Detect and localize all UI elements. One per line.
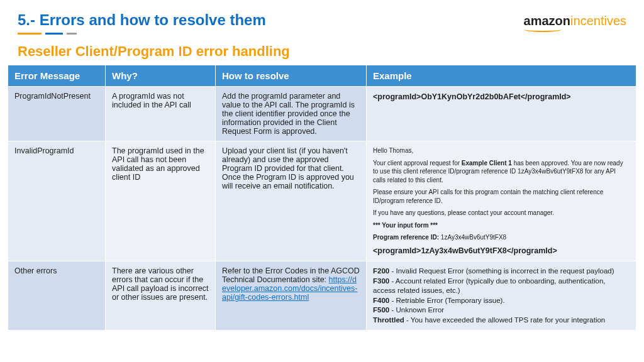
brand-logo: amazonincentives (524, 11, 626, 32)
cell-why: The programId used in the API call has n… (106, 141, 216, 261)
cell-example: F200 - Invalid Request Error (something … (367, 261, 636, 331)
table-row: ProgramIdNotPresent A programId was not … (8, 87, 636, 141)
page-title: 5.- Errors and how to resolve them (18, 11, 266, 29)
cell-msg: ProgramIdNotPresent (8, 87, 106, 141)
cell-how: Refer to the Error Codes in the AGCOD Te… (216, 261, 367, 331)
th-why: Why? (106, 65, 216, 87)
table-row: InvalidProgramId The programId used in t… (8, 141, 636, 261)
example-code: <programId>ObY1KynObYr2d2b0bAFet</progra… (373, 92, 571, 101)
title-underline (18, 33, 266, 35)
cell-example: <programId>ObY1KynObYr2d2b0bAFet</progra… (367, 87, 636, 141)
th-example: Example (367, 65, 636, 87)
logo-main: amazon (524, 14, 570, 28)
th-error-message: Error Message (8, 65, 106, 87)
cell-msg: Other errors (8, 261, 106, 331)
cell-why: A programId was not included in the API … (106, 87, 216, 141)
cell-why: There are various other errors that can … (106, 261, 216, 331)
cell-how: Upload your client list (if you haven't … (216, 141, 367, 261)
approval-email: Hello Thomas, Your client approval reque… (373, 146, 630, 242)
cell-msg: InvalidProgramId (8, 141, 106, 261)
error-table: Error Message Why? How to resolve Exampl… (8, 65, 636, 331)
cell-how: Add the programId parameter and value to… (216, 87, 367, 141)
table-row: Other errors There are various other err… (8, 261, 636, 331)
section-subtitle: Reseller Client/Program ID error handlin… (0, 35, 644, 65)
th-how: How to resolve (216, 65, 367, 87)
cell-example: Hello Thomas, Your client approval reque… (367, 141, 636, 261)
logo-suffix: incentives (570, 14, 626, 28)
example-code: <programId>1zAy3x4wBv6utY9tFX8</programI… (373, 246, 557, 255)
